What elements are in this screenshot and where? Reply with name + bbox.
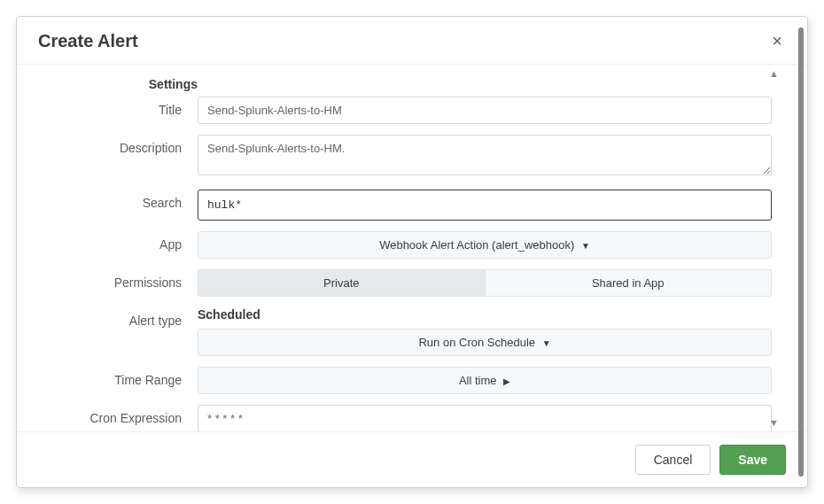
row-description: Description Send-Splunk-Alerts-to-HM. (38, 135, 772, 179)
modal-title: Create Alert (38, 31, 138, 51)
label-search: Search (38, 190, 198, 210)
close-icon[interactable]: × (768, 31, 786, 51)
outer-scrollbar[interactable] (798, 27, 804, 477)
label-permissions: Permissions (38, 269, 198, 290)
label-description: Description (38, 135, 198, 155)
permissions-private[interactable]: Private (198, 269, 486, 297)
title-input[interactable] (198, 97, 772, 124)
row-cron: Cron Expression e.g. 00 18 *** (every da… (38, 405, 772, 431)
caret-right-icon: ▶ (503, 376, 510, 386)
row-time-range: Time Range All time ▶ (38, 367, 772, 394)
app-dropdown-value: Webhook Alert Action (alert_webhook) (379, 238, 574, 252)
alert-type-value: Scheduled (198, 307, 772, 329)
row-alert-type: Alert type Scheduled Run on Cron Schedul… (38, 307, 772, 356)
label-app: App (38, 231, 198, 252)
row-permissions: Permissions Private Shared in App (38, 269, 772, 297)
modal-body-wrap: ▲ Settings Title Description Send-Splunk… (17, 65, 807, 431)
row-title: Title (38, 97, 772, 124)
label-title: Title (38, 97, 198, 117)
search-input[interactable] (198, 190, 772, 221)
time-range-dropdown[interactable]: All time ▶ (198, 367, 772, 394)
settings-heading: Settings (38, 74, 198, 97)
time-range-value: All time (459, 374, 497, 387)
label-cron: Cron Expression (38, 405, 198, 425)
row-search: Search (38, 190, 772, 221)
modal-body[interactable]: Settings Title Description Send-Splunk-A… (17, 65, 807, 431)
permissions-toggle: Private Shared in App (198, 269, 772, 297)
caret-down-icon: ▼ (542, 338, 551, 348)
label-alert-type: Alert type (38, 307, 198, 328)
label-time-range: Time Range (38, 367, 198, 387)
row-app: App Webhook Alert Action (alert_webhook)… (38, 231, 772, 259)
create-alert-modal: Create Alert × ▲ Settings Title Descript… (16, 16, 808, 488)
schedule-dropdown[interactable]: Run on Cron Schedule ▼ (198, 329, 772, 356)
caret-down-icon: ▼ (581, 241, 590, 251)
app-dropdown[interactable]: Webhook Alert Action (alert_webhook) ▼ (198, 231, 772, 259)
modal-footer: Cancel Save (17, 431, 807, 487)
schedule-value: Run on Cron Schedule (418, 336, 535, 349)
description-input[interactable]: Send-Splunk-Alerts-to-HM. (198, 135, 772, 175)
save-button[interactable]: Save (719, 445, 786, 475)
modal-header: Create Alert × (17, 17, 807, 65)
permissions-shared[interactable]: Shared in App (486, 269, 773, 297)
cron-input[interactable] (198, 405, 772, 431)
cancel-button[interactable]: Cancel (635, 445, 711, 475)
